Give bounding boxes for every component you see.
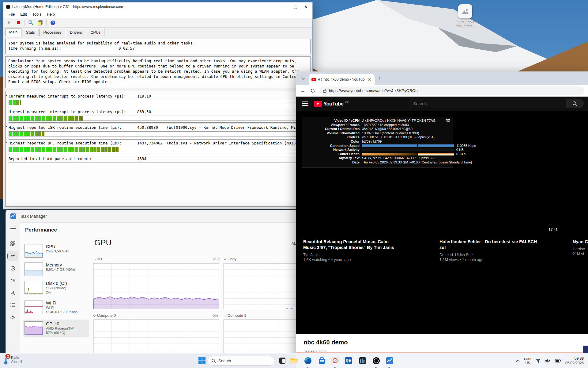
- nav-performance-icon[interactable]: [7, 251, 18, 261]
- memory-minichart: [24, 263, 43, 276]
- tray-chevron-up-icon[interactable]: [516, 360, 520, 362]
- tab-processes[interactable]: Processes: [40, 29, 65, 36]
- video-title: nbc 4k60 demo: [303, 339, 348, 346]
- tab-stats[interactable]: Stats: [22, 29, 39, 36]
- wifi-icon[interactable]: [536, 359, 541, 363]
- nav-processes-icon[interactable]: [7, 239, 18, 249]
- youtube-search-box[interactable]: Search: [409, 99, 584, 108]
- nav-services-icon[interactable]: [7, 312, 18, 322]
- taskbar-weather-widget[interactable]: 2 Kälte Aktuell: [2, 355, 22, 365]
- suggested-video-channel[interactable]: Harrisc: [573, 247, 588, 251]
- suggested-video-title[interactable]: Nyan C: [573, 239, 588, 245]
- nav-startup-apps-icon[interactable]: [7, 276, 18, 286]
- item-name: Memory: [46, 263, 75, 267]
- conclusion-box: Conclusion: Your system seems to be havi…: [5, 56, 311, 88]
- nav-users-icon[interactable]: [7, 288, 18, 298]
- be-app-icon[interactable]: BE4K: [344, 356, 353, 365]
- stats-for-nerds-panel: [X] Video ID / sCPNJ-x8HPyQROo / HXXH HA…: [302, 117, 453, 168]
- battery-icon[interactable]: [555, 359, 561, 362]
- svg-text:?: ?: [52, 21, 54, 25]
- nav-details-icon[interactable]: [7, 300, 18, 310]
- suggested-video-meta: 1.6K watching • 4 years ago: [303, 258, 401, 262]
- stats-close-button[interactable]: [X]: [446, 119, 450, 122]
- perf-item-gpu[interactable]: GPU 0 AMD Radeon(TM)... 57% (60 °C): [23, 320, 89, 337]
- item-name: Disk 0 (C:): [46, 281, 67, 286]
- metric-driver-info: (Wdf01000.sys - Kernel Mode Driver Frame…: [167, 125, 316, 130]
- perf-item-wifi[interactable]: Wi-Fi Wi-Fi S: 40,0 R: 208 Kbps: [23, 299, 89, 316]
- tab-drivers[interactable]: Drivers: [66, 29, 86, 36]
- nav-menu-button[interactable]: [7, 224, 18, 233]
- stop-monitor-button[interactable]: [14, 19, 22, 26]
- latencymon-titlebar[interactable]: LatencyMon (Home Edition ) v 7.31 - http…: [3, 2, 312, 11]
- file-explorer-icon[interactable]: [290, 356, 298, 365]
- learn-about-picture-widget[interactable]: Learn about this picture: [448, 4, 482, 28]
- help-icon[interactable]: ?: [49, 19, 57, 26]
- latencymon-menubar: File Edit Tools Help: [3, 11, 312, 18]
- suggested-video-title[interactable]: Haferflocken Fehler - Du bereitest sie F…: [439, 239, 544, 251]
- network-activity-bar: [362, 148, 454, 151]
- chart-label-3d[interactable]: 3D: [93, 257, 102, 261]
- tab-cpus[interactable]: CPUs: [87, 29, 105, 36]
- metric-label: Highest measured interrupt to process la…: [9, 109, 126, 114]
- perf-item-memory[interactable]: Memory 5,9/14,7 GB (40%): [23, 261, 89, 278]
- perf-item-disk[interactable]: Disk 0 (C:) SSD (NVMe) 2%: [23, 279, 89, 296]
- audio-meter-app-icon[interactable]: [358, 356, 367, 365]
- chevron-down-icon: [93, 314, 96, 317]
- speaker-muted-icon[interactable]: [545, 359, 551, 363]
- browser-tab-active[interactable]: nbc 4k60 demo - YouTube ✕: [309, 74, 375, 85]
- start-button[interactable]: [198, 356, 206, 365]
- learn-picture-icon[interactable]: [458, 4, 472, 18]
- stats-value: J-x8HPyQROo / HXXH HAVG Y4TF QK1N T7AG: [362, 119, 435, 123]
- stats-label: Date: [302, 160, 360, 165]
- toolbar-separator: [46, 20, 47, 26]
- youtube-menu-icon[interactable]: [302, 102, 308, 106]
- menu-tools[interactable]: Tools: [30, 12, 44, 17]
- taskbar-search-box[interactable]: Search: [208, 356, 275, 366]
- video-player[interactable]: [X] Video ID / sCPNJ-x8HPyQROo / HXXH HA…: [296, 111, 588, 334]
- metric-value: 863,50: [137, 109, 151, 114]
- nav-app-history-icon[interactable]: [7, 263, 18, 273]
- chart-label-compute1[interactable]: Compute 1: [224, 313, 246, 318]
- task-manager-titlebar[interactable]: Task Manager: [6, 210, 315, 222]
- clock[interactable]: 09:39 05/02/2026: [565, 356, 584, 366]
- maximize-button[interactable]: ▢: [294, 5, 297, 9]
- suggested-video-card[interactable]: Beautiful Relaxing Peaceful Music, Calm …: [303, 239, 401, 262]
- close-button[interactable]: ✕: [304, 5, 307, 9]
- youtube-wordmark: YouTube: [323, 101, 343, 107]
- tab-search-chevron-icon[interactable]: [300, 75, 307, 82]
- metric-row-pagefaults: Reported total hard pagefault count: 433…: [9, 156, 307, 161]
- analyze-tool-icon[interactable]: [27, 19, 35, 26]
- language-indicator[interactable]: ENGUS: [524, 357, 531, 365]
- suggested-video-card[interactable]: Haferflocken Fehler - Du bereitest sie F…: [439, 239, 544, 262]
- minimize-button[interactable]: —: [283, 5, 287, 9]
- suggested-video-channel[interactable]: Tim Janis: [303, 253, 401, 257]
- microsoft-store-icon[interactable]: [318, 356, 326, 365]
- suggested-video-card[interactable]: Nyan C Harrisc 21M vi: [573, 239, 588, 256]
- chart-label-compute0[interactable]: Compute 0: [93, 313, 116, 318]
- windows-tool-icon[interactable]: [36, 19, 44, 26]
- address-bar[interactable]: https://www.youtube.com/watch?v=J-x8HPyQ…: [319, 86, 584, 95]
- tab-main[interactable]: Main: [5, 29, 21, 36]
- snipping-tool-icon[interactable]: [331, 356, 339, 365]
- task-manager-taskbar-icon[interactable]: [385, 356, 394, 365]
- photos-app-icon[interactable]: [278, 356, 287, 365]
- chart-label-copy[interactable]: Copy: [224, 257, 236, 261]
- menu-edit[interactable]: Edit: [17, 12, 30, 17]
- refresh-button[interactable]: [310, 88, 316, 94]
- back-button[interactable]: ←: [300, 88, 306, 94]
- new-tab-button[interactable]: +: [378, 75, 381, 81]
- latencymon-taskbar-icon[interactable]: [372, 356, 380, 365]
- menu-help[interactable]: Help: [44, 12, 58, 17]
- youtube-logo[interactable]: YouTube DE: [314, 101, 349, 107]
- task-manager-window: Task Manager Performance: [6, 210, 315, 354]
- youtube-search-button[interactable]: [566, 99, 583, 108]
- tab-close-icon[interactable]: ✕: [367, 77, 372, 82]
- suggested-video-title[interactable]: Beautiful Relaxing Peaceful Music, Calm …: [303, 239, 401, 251]
- edge-browser-icon[interactable]: [303, 356, 312, 365]
- perf-item-cpu[interactable]: CPU 25% 3,56 GHz: [23, 242, 89, 259]
- start-monitor-button[interactable]: [5, 19, 13, 26]
- browser-window: nbc 4k60 demo - YouTube ✕ + ← https://ww…: [296, 71, 588, 368]
- suggested-video-channel[interactable]: Dr. med. Ulrich Selz: [439, 253, 544, 257]
- menu-file[interactable]: File: [6, 12, 17, 17]
- tab-audio-icon[interactable]: [318, 78, 322, 81]
